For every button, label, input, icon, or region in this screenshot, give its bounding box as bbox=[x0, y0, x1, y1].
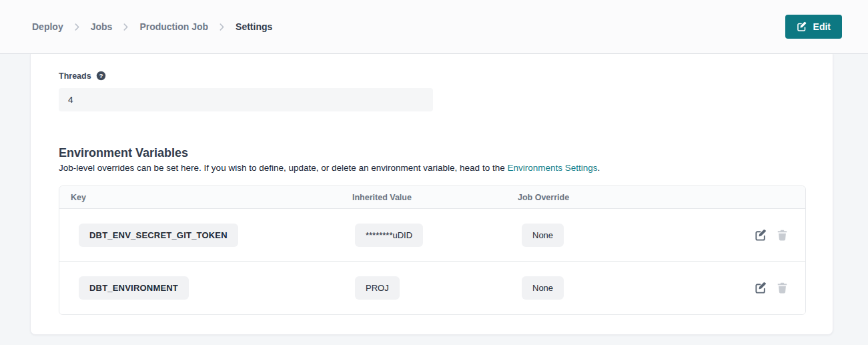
table-row: DBT_ENV_SECRET_GIT_TOKEN ********uDID No… bbox=[59, 209, 805, 262]
chevron-right-icon bbox=[220, 23, 224, 31]
trash-icon bbox=[776, 229, 789, 242]
column-header-key: Key bbox=[59, 193, 352, 202]
breadcrumb-item-jobs[interactable]: Jobs bbox=[91, 21, 113, 32]
settings-card: Threads ? Environment Variables Job-leve… bbox=[30, 54, 833, 335]
edit-row-button[interactable] bbox=[755, 229, 767, 242]
table-header-row: Key Inherited Value Job Override bbox=[59, 186, 805, 209]
env-var-job-override-chip: None bbox=[522, 224, 564, 247]
delete-row-button[interactable] bbox=[776, 229, 789, 242]
column-header-job-override: Job Override bbox=[518, 193, 691, 202]
breadcrumb-item-settings: Settings bbox=[236, 21, 272, 32]
edit-icon bbox=[755, 229, 767, 242]
edit-button-label: Edit bbox=[813, 21, 831, 32]
edit-row-button[interactable] bbox=[755, 282, 767, 294]
chevron-right-icon bbox=[123, 23, 128, 31]
delete-row-button[interactable] bbox=[776, 282, 789, 294]
env-var-key-chip: DBT_ENV_SECRET_GIT_TOKEN bbox=[79, 224, 238, 247]
svg-text:?: ? bbox=[99, 72, 103, 79]
top-bar: Deploy Jobs Production Job Settings Edit bbox=[0, 0, 868, 54]
trash-icon bbox=[776, 282, 789, 294]
env-vars-description-text: Job-level overrides can be set here. If … bbox=[59, 163, 507, 173]
env-var-key-chip: DBT_ENVIRONMENT bbox=[79, 276, 189, 300]
env-vars-description-period: . bbox=[598, 163, 600, 173]
env-vars-title: Environment Variables bbox=[59, 146, 805, 159]
edit-pencil-icon bbox=[797, 21, 807, 32]
env-var-job-override-chip: None bbox=[522, 276, 564, 300]
breadcrumb-item-production-job[interactable]: Production Job bbox=[139, 21, 208, 32]
environments-settings-link[interactable]: Environments Settings bbox=[507, 163, 597, 173]
threads-label: Threads bbox=[59, 71, 91, 81]
env-var-inherited-value-chip: ********uDID bbox=[355, 224, 423, 247]
breadcrumb: Deploy Jobs Production Job Settings bbox=[32, 21, 272, 32]
breadcrumb-item-deploy[interactable]: Deploy bbox=[32, 21, 63, 32]
env-vars-table: Key Inherited Value Job Override DBT_ENV… bbox=[59, 186, 806, 315]
chevron-right-icon bbox=[75, 23, 79, 31]
help-question-icon[interactable]: ? bbox=[96, 71, 106, 81]
edit-icon bbox=[755, 282, 767, 294]
edit-button[interactable]: Edit bbox=[785, 15, 842, 39]
table-row: DBT_ENVIRONMENT PROJ None bbox=[59, 262, 805, 314]
column-header-inherited-value: Inherited Value bbox=[352, 193, 518, 202]
threads-input[interactable] bbox=[59, 88, 433, 111]
env-vars-description: Job-level overrides can be set here. If … bbox=[59, 163, 805, 174]
env-var-inherited-value-chip: PROJ bbox=[355, 276, 400, 300]
